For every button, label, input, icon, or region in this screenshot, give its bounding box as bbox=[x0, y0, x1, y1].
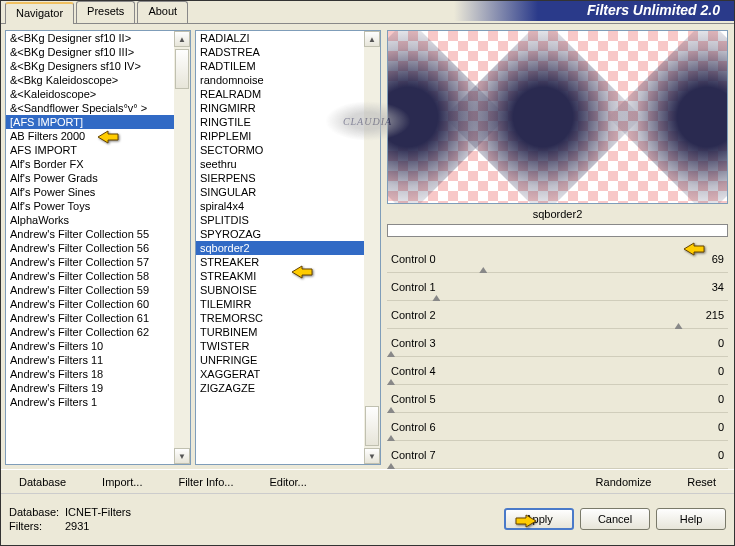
control-row[interactable]: Control 069 bbox=[387, 245, 728, 273]
list-item[interactable]: TREMORSC bbox=[196, 311, 380, 325]
list-item[interactable]: SPYROZAG bbox=[196, 227, 380, 241]
scroll-down-icon[interactable]: ▼ bbox=[364, 448, 380, 464]
list-item[interactable]: Andrew's Filter Collection 57 bbox=[6, 255, 190, 269]
control-row[interactable]: Control 60 bbox=[387, 413, 728, 441]
control-row[interactable]: Control 2215 bbox=[387, 301, 728, 329]
list-item[interactable]: RADSTREA bbox=[196, 45, 380, 59]
control-row[interactable]: Control 50 bbox=[387, 385, 728, 413]
list-item[interactable]: AFS IMPORT bbox=[6, 143, 190, 157]
apply-button[interactable]: Apply bbox=[504, 508, 574, 530]
control-row[interactable]: Control 134 bbox=[387, 273, 728, 301]
control-value: 0 bbox=[688, 421, 728, 433]
tab-about[interactable]: About bbox=[137, 1, 188, 23]
list-item[interactable]: RINGMIRR bbox=[196, 101, 380, 115]
list-item[interactable]: Andrew's Filter Collection 59 bbox=[6, 283, 190, 297]
help-button[interactable]: Help bbox=[656, 508, 726, 530]
filters-value: 2931 bbox=[65, 520, 89, 532]
list-item[interactable]: sqborder2 bbox=[196, 241, 380, 255]
filters-label: Filters: bbox=[9, 520, 65, 532]
list-item[interactable]: RADTILEM bbox=[196, 59, 380, 73]
list-item[interactable]: Andrew's Filters 1 bbox=[6, 395, 190, 409]
control-row[interactable]: Control 70 bbox=[387, 441, 728, 469]
list-item[interactable]: Alf's Power Sines bbox=[6, 185, 190, 199]
filter-info-button[interactable]: Filter Info... bbox=[160, 476, 251, 488]
list-item[interactable]: XAGGERAT bbox=[196, 367, 380, 381]
list-item[interactable]: Andrew's Filters 18 bbox=[6, 367, 190, 381]
filter-list[interactable]: RADIALZIRADSTREARADTILEMrandomnoiseREALR… bbox=[195, 30, 381, 465]
preview-label: sqborder2 bbox=[387, 204, 728, 222]
list-item[interactable]: RADIALZI bbox=[196, 31, 380, 45]
db-value: ICNET-Filters bbox=[65, 506, 131, 518]
list-item[interactable]: AlphaWorks bbox=[6, 213, 190, 227]
list-item[interactable]: TWISTER bbox=[196, 339, 380, 353]
status-text: Database: ICNET-Filters Filters: 2931 bbox=[9, 506, 131, 532]
list-item[interactable]: Alf's Power Grads bbox=[6, 171, 190, 185]
list-item[interactable]: SPLITDIS bbox=[196, 213, 380, 227]
list-item[interactable]: &<Sandflower Specials°v° > bbox=[6, 101, 190, 115]
list-item[interactable]: Andrew's Filters 19 bbox=[6, 381, 190, 395]
list-item[interactable]: TILEMIRR bbox=[196, 297, 380, 311]
preview-area bbox=[387, 30, 728, 204]
scroll-up-icon[interactable]: ▲ bbox=[364, 31, 380, 47]
tab-presets[interactable]: Presets bbox=[76, 1, 135, 23]
list-item[interactable]: SUBNOISE bbox=[196, 283, 380, 297]
list-item[interactable]: Andrew's Filter Collection 58 bbox=[6, 269, 190, 283]
list-item[interactable]: Andrew's Filter Collection 62 bbox=[6, 325, 190, 339]
list-item[interactable]: SINGULAR bbox=[196, 185, 380, 199]
tab-bar: Navigator Presets About bbox=[1, 1, 188, 23]
list-item[interactable]: STREAKMI bbox=[196, 269, 380, 283]
scroll-down-icon[interactable]: ▼ bbox=[174, 448, 190, 464]
list-item[interactable]: Andrew's Filters 10 bbox=[6, 339, 190, 353]
control-value: 0 bbox=[688, 393, 728, 405]
list-item[interactable]: Alf's Border FX bbox=[6, 157, 190, 171]
reset-button[interactable]: Reset bbox=[669, 476, 734, 488]
database-button[interactable]: Database bbox=[1, 476, 84, 488]
list-item[interactable]: &<Bkg Kaleidoscope> bbox=[6, 73, 190, 87]
editor-button[interactable]: Editor... bbox=[251, 476, 324, 488]
list-item[interactable]: Andrew's Filter Collection 56 bbox=[6, 241, 190, 255]
list-item[interactable]: randomnoise bbox=[196, 73, 380, 87]
control-value: 0 bbox=[688, 449, 728, 461]
randomize-button[interactable]: Randomize bbox=[578, 476, 670, 488]
list-item[interactable]: SIERPENS bbox=[196, 171, 380, 185]
cancel-button[interactable]: Cancel bbox=[580, 508, 650, 530]
category-list[interactable]: &<BKg Designer sf10 II>&<BKg Designer sf… bbox=[5, 30, 191, 465]
scrollbar[interactable]: ▲ ▼ bbox=[364, 31, 380, 464]
scrollbar[interactable]: ▲ ▼ bbox=[174, 31, 190, 464]
list-item[interactable]: [AFS IMPORT] bbox=[6, 115, 190, 129]
list-item[interactable]: &<BKg Designer sf10 II> bbox=[6, 31, 190, 45]
import-button[interactable]: Import... bbox=[84, 476, 160, 488]
list-item[interactable]: seethru bbox=[196, 157, 380, 171]
list-item[interactable]: Andrew's Filters 11 bbox=[6, 353, 190, 367]
control-label: Control 7 bbox=[387, 449, 688, 461]
tab-navigator[interactable]: Navigator bbox=[5, 2, 74, 24]
list-item[interactable]: Alf's Power Toys bbox=[6, 199, 190, 213]
control-value: 69 bbox=[688, 253, 728, 265]
scroll-thumb[interactable] bbox=[175, 49, 189, 89]
slider-thumb[interactable] bbox=[387, 463, 395, 469]
list-item[interactable]: TURBINEM bbox=[196, 325, 380, 339]
list-item[interactable]: UNFRINGE bbox=[196, 353, 380, 367]
list-item[interactable]: &<BKg Designer sf10 III> bbox=[6, 45, 190, 59]
list-item[interactable]: &<Kaleidoscope> bbox=[6, 87, 190, 101]
scroll-thumb[interactable] bbox=[365, 406, 379, 446]
list-item[interactable]: SECTORMO bbox=[196, 143, 380, 157]
list-item[interactable]: Andrew's Filter Collection 60 bbox=[6, 297, 190, 311]
list-item[interactable]: Andrew's Filter Collection 61 bbox=[6, 311, 190, 325]
list-item[interactable]: spiral4x4 bbox=[196, 199, 380, 213]
control-panel: CLAUDIA Control 069Control 134Control 22… bbox=[387, 245, 728, 469]
list-item[interactable]: RINGTILE bbox=[196, 115, 380, 129]
scroll-up-icon[interactable]: ▲ bbox=[174, 31, 190, 47]
control-row[interactable]: Control 40 bbox=[387, 357, 728, 385]
list-item[interactable]: REALRADM bbox=[196, 87, 380, 101]
control-label: Control 1 bbox=[387, 281, 688, 293]
progress-bar bbox=[387, 224, 728, 237]
list-item[interactable]: STREAKER bbox=[196, 255, 380, 269]
list-item[interactable]: AB Filters 2000 bbox=[6, 129, 190, 143]
list-item[interactable]: Andrew's Filter Collection 55 bbox=[6, 227, 190, 241]
list-item[interactable]: &<BKg Designers sf10 IV> bbox=[6, 59, 190, 73]
control-row[interactable]: Control 30 bbox=[387, 329, 728, 357]
list-item[interactable]: ZIGZAGZE bbox=[196, 381, 380, 395]
list-item[interactable]: RIPPLEMI bbox=[196, 129, 380, 143]
db-label: Database: bbox=[9, 506, 65, 518]
